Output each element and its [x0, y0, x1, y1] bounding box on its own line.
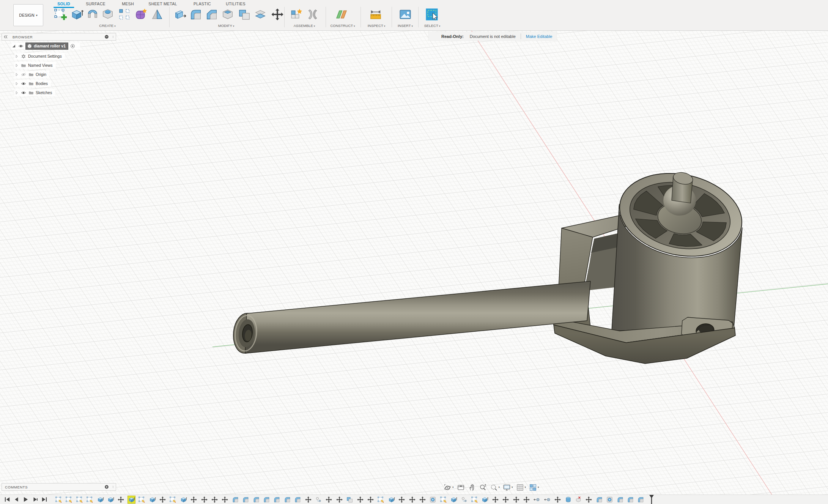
tab-utilities[interactable]: UTILITIES: [224, 1, 247, 7]
timeline-op-move[interactable]: [211, 496, 219, 504]
select-button[interactable]: [425, 8, 439, 21]
timeline-op-sketch[interactable]: [65, 496, 73, 504]
timeline-op-extrude[interactable]: [450, 496, 458, 504]
tri-closed-icon[interactable]: [14, 90, 19, 96]
timeline-op-move[interactable]: [190, 496, 198, 504]
timeline-op-move[interactable]: [419, 496, 427, 504]
timeline-op-move[interactable]: [304, 496, 312, 504]
revolve-button[interactable]: [86, 8, 99, 21]
construct-plane-button[interactable]: [335, 8, 348, 21]
folder-icon[interactable]: [28, 81, 34, 87]
timeline-op-move[interactable]: [512, 496, 520, 504]
tab-solid[interactable]: SOLID: [56, 1, 72, 7]
form-button[interactable]: [134, 8, 148, 21]
eye-off-icon[interactable]: [20, 72, 27, 77]
tri-closed-icon[interactable]: [14, 81, 19, 87]
timeline-op-fillet[interactable]: [627, 496, 634, 504]
timeline-op-cylinder[interactable]: [564, 496, 572, 504]
insert-image-button[interactable]: [398, 8, 412, 21]
eye-icon[interactable]: [18, 43, 24, 49]
timeline-op-move[interactable]: [325, 496, 333, 504]
timeline-op-move[interactable]: [117, 496, 125, 504]
tab-sheet-metal[interactable]: SHEET METAL: [147, 1, 178, 7]
shell-button[interactable]: [221, 8, 235, 21]
group-label-assemble[interactable]: ASSEMBLE: [294, 24, 315, 28]
timeline-op-sketch[interactable]: [439, 496, 447, 504]
browser-row-origin[interactable]: Origin: [14, 71, 49, 78]
timeline-op-extrude[interactable]: [148, 496, 156, 504]
playback-next-button[interactable]: [32, 496, 39, 503]
look-at-tool[interactable]: [455, 482, 466, 492]
group-label-create[interactable]: CREATE: [99, 24, 115, 28]
panel-grip-icon[interactable]: [112, 484, 115, 490]
playback-last-button[interactable]: [41, 496, 48, 503]
draft-button[interactable]: [150, 8, 164, 21]
viewport-canvas[interactable]: [0, 0, 828, 504]
rectangular-pattern-button[interactable]: [118, 8, 131, 21]
chamfer-button[interactable]: [205, 8, 219, 21]
timeline-op-fillet[interactable]: [273, 496, 281, 504]
playback-first-button[interactable]: [4, 496, 11, 503]
group-label-inspect[interactable]: INSPECT: [368, 24, 386, 28]
timeline-op-hole[interactable]: [606, 496, 614, 504]
timeline-op-joint[interactable]: [533, 496, 541, 504]
timeline-op-move[interactable]: [408, 496, 416, 504]
group-label-insert[interactable]: INSERT: [398, 24, 413, 28]
timeline-op-sketch[interactable]: [76, 496, 83, 504]
tri-root-icon[interactable]: [11, 43, 16, 49]
viewports-tool[interactable]: ▾: [527, 482, 541, 492]
eye-icon[interactable]: [20, 81, 27, 87]
playback-previous-button[interactable]: [13, 496, 20, 503]
group-label-select[interactable]: SELECT: [424, 24, 440, 28]
zoom-window-tool[interactable]: ▾: [488, 482, 502, 492]
timeline-op-hole[interactable]: [429, 496, 437, 504]
panel-grip-icon[interactable]: [112, 34, 115, 39]
timeline-op-move[interactable]: [367, 496, 375, 504]
timeline-op-extrude[interactable]: [107, 496, 115, 504]
tab-surface[interactable]: SURFACE: [84, 1, 107, 7]
browser-row-sketches[interactable]: Sketches: [14, 89, 55, 96]
add-comment-icon[interactable]: [104, 484, 109, 490]
timeline-op-delete[interactable]: [575, 496, 582, 504]
press-pull-button[interactable]: [173, 8, 187, 21]
timeline-op-extrude[interactable]: [128, 496, 135, 504]
close-panel-icon[interactable]: [104, 34, 109, 39]
timeline-op-fillet[interactable]: [595, 496, 603, 504]
timeline-op-move[interactable]: [585, 496, 593, 504]
orbit-tool[interactable]: ▾: [442, 482, 455, 492]
timeline-op-fillet[interactable]: [294, 496, 302, 504]
gear-icon[interactable]: [20, 54, 27, 59]
chevron-down-icon[interactable]: ▾: [538, 486, 539, 489]
collapse-panel-icon[interactable]: [3, 34, 8, 39]
timeline-op-extrude[interactable]: [96, 496, 104, 504]
eye-icon[interactable]: [20, 90, 27, 96]
timeline-op-fillet[interactable]: [616, 496, 624, 504]
timeline-op-move[interactable]: [491, 496, 499, 504]
pan-tool[interactable]: [466, 482, 477, 492]
timeline-op-pattern-circular[interactable]: [460, 496, 468, 504]
comments-panel-header[interactable]: COMMENTS: [2, 483, 116, 491]
joint-button[interactable]: [306, 8, 320, 21]
folder-icon[interactable]: [20, 63, 27, 68]
timeline-op-sketch[interactable]: [86, 496, 94, 504]
make-editable-link[interactable]: Make Editable: [526, 34, 553, 39]
timeline-op-combine[interactable]: [346, 496, 354, 504]
timeline-op-pattern-circular[interactable]: [315, 496, 323, 504]
tri-closed-icon[interactable]: [14, 63, 19, 68]
folder-icon[interactable]: [28, 72, 34, 77]
workspace-selector[interactable]: DESIGN: [13, 4, 43, 26]
chevron-down-icon[interactable]: ▾: [525, 486, 526, 489]
timeline-op-move[interactable]: [200, 496, 208, 504]
timeline-op-fillet[interactable]: [242, 496, 250, 504]
create-sketch-button[interactable]: [53, 8, 67, 21]
timeline-op-joint[interactable]: [543, 496, 551, 504]
root-component-chip[interactable]: diamant roller v1: [25, 43, 68, 50]
timeline-op-sketch[interactable]: [138, 496, 146, 504]
hole-button[interactable]: [101, 8, 115, 21]
move-button[interactable]: [271, 8, 284, 21]
timeline-position-marker[interactable]: [649, 495, 654, 504]
timeline-op-extrude[interactable]: [481, 496, 489, 504]
timeline-op-move[interactable]: [398, 496, 406, 504]
timeline-op-fillet[interactable]: [283, 496, 291, 504]
tri-closed-icon[interactable]: [14, 72, 19, 77]
